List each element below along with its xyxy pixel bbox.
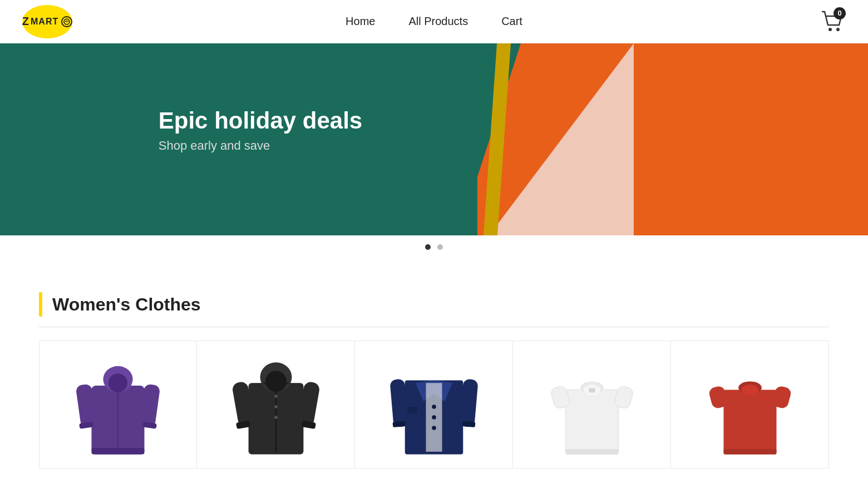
black-jacket-icon [231,354,320,460]
svg-point-38 [432,415,436,420]
banner-content: Epic holiday deals Shop early and save [159,107,362,152]
products-row [39,341,829,469]
cart-count: 0 [834,7,846,19]
cart-button[interactable]: 0 [819,7,846,36]
product-card[interactable] [513,341,671,469]
logo-z-text: Z [22,15,29,28]
svg-point-20 [274,405,278,408]
carousel-dot-2[interactable] [437,244,443,250]
svg-point-39 [432,426,436,430]
svg-point-3 [836,28,840,31]
product-image [677,352,823,461]
product-card[interactable] [355,341,513,469]
svg-rect-41 [462,421,475,427]
svg-point-15 [265,371,287,392]
svg-rect-48 [589,388,595,392]
product-image [203,352,349,461]
nav-cart[interactable]: Cart [501,15,522,28]
product-image [45,352,191,461]
hero-banner: Epic holiday deals Shop early and save [0,43,868,235]
section-header: Women's Clothes [39,292,829,327]
banner-title: Epic holiday deals [159,107,362,135]
svg-point-52 [741,385,758,395]
product-card[interactable] [197,341,355,469]
nav-home[interactable]: Home [346,15,375,28]
svg-rect-40 [392,421,406,427]
navy-blazer-icon [389,354,479,460]
logo-mart-text: MART [31,17,58,27]
nav-all-products[interactable]: All Products [408,15,468,28]
product-image [519,352,665,461]
svg-rect-50 [723,390,776,454]
svg-rect-10 [92,448,145,454]
svg-point-19 [274,395,278,398]
carousel-dots [0,235,868,259]
svg-rect-23 [301,420,315,429]
logo-icon [61,16,72,27]
svg-point-2 [828,28,832,31]
svg-point-37 [432,405,436,409]
product-card[interactable] [671,341,829,469]
svg-rect-22 [235,420,250,429]
red-tshirt-icon [706,354,795,460]
carousel-dot-1[interactable] [425,244,431,250]
main-nav: Home All Products Cart [346,15,522,28]
svg-rect-42 [407,407,417,413]
svg-rect-55 [723,449,776,455]
white-tshirt-icon [548,354,637,460]
purple-jacket-icon [73,354,162,460]
logo[interactable]: Z MART [22,5,72,38]
spacer [0,259,868,275]
womens-clothes-section: Women's Clothes [0,275,868,469]
section-title-bar [39,292,42,317]
banner-subtitle: Shop early and save [159,138,362,152]
product-card[interactable] [39,341,197,469]
header: Z MART Home All Products Cart 0 [0,0,868,43]
product-image [361,352,507,461]
section-title: Women's Clothes [52,294,201,315]
svg-rect-49 [565,449,618,455]
svg-rect-43 [565,390,618,454]
svg-point-21 [274,416,278,419]
